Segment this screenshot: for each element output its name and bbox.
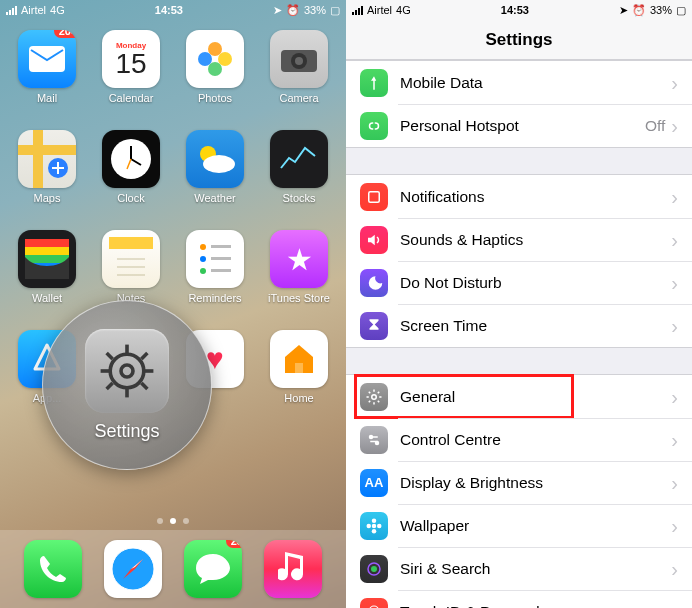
svg-point-4 xyxy=(198,52,212,66)
svg-rect-30 xyxy=(105,351,113,359)
page-dots[interactable] xyxy=(0,518,346,524)
svg-rect-23 xyxy=(295,363,303,373)
row-label: Touch ID & Passcode xyxy=(400,603,671,609)
svg-rect-29 xyxy=(145,369,153,373)
wallpaper-icon xyxy=(360,512,388,540)
siri-icon xyxy=(360,555,388,583)
row-label: Do Not Disturb xyxy=(400,274,671,292)
row-label: Screen Time xyxy=(400,317,671,335)
chevron-right-icon: › xyxy=(671,430,678,450)
row-siri[interactable]: Siri & Search› xyxy=(346,547,692,590)
row-touchid[interactable]: Touch ID & Passcode› xyxy=(346,590,692,608)
app-clock[interactable]: Clock xyxy=(96,130,166,226)
svg-point-46 xyxy=(377,523,382,528)
app-label: Camera xyxy=(279,92,318,104)
svg-point-2 xyxy=(218,52,232,66)
row-mobile-data[interactable]: Mobile Data› xyxy=(346,61,692,104)
dock-music[interactable] xyxy=(264,540,322,598)
row-dnd[interactable]: Do Not Disturb› xyxy=(346,261,692,304)
app-label: Photos xyxy=(198,92,232,104)
battery-icon: ▢ xyxy=(676,4,686,17)
app-maps[interactable]: Maps xyxy=(12,130,82,226)
svg-point-44 xyxy=(372,529,377,534)
row-label: Siri & Search xyxy=(400,560,671,578)
photos-icon xyxy=(186,30,244,88)
row-control-centre[interactable]: Control Centre› xyxy=(346,418,692,461)
chevron-right-icon: › xyxy=(671,516,678,536)
row-label: Personal Hotspot xyxy=(400,117,645,135)
row-label: General xyxy=(400,388,671,406)
settings-list[interactable]: Mobile Data›Personal HotspotOff›Notifica… xyxy=(346,60,692,608)
svg-rect-36 xyxy=(369,191,380,202)
carrier-label: Airtel xyxy=(21,4,46,16)
row-screen-time[interactable]: Screen Time› xyxy=(346,304,692,347)
signal-icon xyxy=(352,6,363,15)
svg-point-7 xyxy=(295,57,303,65)
app-mail[interactable]: 204Mail xyxy=(12,30,82,126)
dock-messages[interactable]: 28 xyxy=(184,540,242,598)
svg-rect-31 xyxy=(140,381,148,389)
row-label: Control Centre xyxy=(400,431,671,449)
row-general[interactable]: General› xyxy=(346,375,692,418)
gear-icon xyxy=(97,341,157,401)
sounds-icon xyxy=(360,226,388,254)
row-personal-hotspot[interactable]: Personal HotspotOff› xyxy=(346,104,692,147)
battery-icon: ▢ xyxy=(330,4,340,17)
control-centre-icon xyxy=(360,426,388,454)
app-home[interactable]: Home xyxy=(264,330,334,426)
svg-rect-26 xyxy=(125,344,129,352)
calendar-icon: Monday15 xyxy=(102,30,160,88)
settings-group: General›Control Centre›AADisplay & Brigh… xyxy=(346,374,692,608)
settings-app-icon[interactable] xyxy=(85,329,169,413)
svg-rect-22 xyxy=(211,269,231,272)
app-label: Stocks xyxy=(282,192,315,204)
svg-rect-20 xyxy=(211,257,231,260)
app-calendar[interactable]: Monday15Calendar xyxy=(96,30,166,126)
app-wallet[interactable]: Wallet xyxy=(12,230,82,326)
app-label: iTunes Store xyxy=(268,292,330,304)
settings-group: Mobile Data›Personal HotspotOff› xyxy=(346,60,692,148)
svg-point-19 xyxy=(200,256,206,262)
app-weather[interactable]: Weather xyxy=(180,130,250,226)
carrier-label: Airtel xyxy=(367,4,392,16)
status-bar-right: Airtel 4G 14:53 ➤ ⏰ 33% ▢ xyxy=(346,0,692,20)
settings-screen: Airtel 4G 14:53 ➤ ⏰ 33% ▢ Settings Mobil… xyxy=(346,0,692,608)
app-photos[interactable]: Photos xyxy=(180,30,250,126)
dock-phone[interactable] xyxy=(24,540,82,598)
row-notifications[interactable]: Notifications› xyxy=(346,175,692,218)
maps-icon xyxy=(18,130,76,188)
chevron-right-icon: › xyxy=(671,116,678,136)
app-itunes[interactable]: ★iTunes Store xyxy=(264,230,334,326)
row-wallpaper[interactable]: Wallpaper› xyxy=(346,504,692,547)
svg-rect-14 xyxy=(25,255,69,263)
app-camera[interactable]: Camera xyxy=(264,30,334,126)
app-stocks[interactable]: Stocks xyxy=(264,130,334,226)
app-label: Weather xyxy=(194,192,235,204)
settings-group: Notifications›Sounds & Haptics›Do Not Di… xyxy=(346,174,692,348)
clock-icon xyxy=(102,130,160,188)
svg-point-3 xyxy=(208,62,222,76)
status-bar-left: Airtel 4G 14:53 ➤ ⏰ 33% ▢ xyxy=(0,0,346,20)
reminders-icon xyxy=(186,230,244,288)
row-display[interactable]: AADisplay & Brightness› xyxy=(346,461,692,504)
dock: 28 xyxy=(0,530,346,608)
chevron-right-icon: › xyxy=(671,316,678,336)
battery-percent: 33% xyxy=(304,4,326,16)
itunes-icon: ★ xyxy=(270,230,328,288)
alarm-icon: ⏰ xyxy=(632,4,646,17)
location-icon: ➤ xyxy=(273,4,282,17)
location-icon: ➤ xyxy=(619,4,628,17)
wallet-icon xyxy=(18,230,76,288)
home-icon xyxy=(270,330,328,388)
svg-rect-33 xyxy=(105,381,113,389)
app-reminders[interactable]: Reminders xyxy=(180,230,250,326)
chevron-right-icon: › xyxy=(671,559,678,579)
svg-point-40 xyxy=(375,440,380,445)
row-label: Display & Brightness xyxy=(400,474,671,492)
network-label: 4G xyxy=(396,4,411,16)
row-sounds[interactable]: Sounds & Haptics› xyxy=(346,218,692,261)
svg-rect-41 xyxy=(370,436,378,438)
dock-safari[interactable] xyxy=(104,540,162,598)
svg-point-25 xyxy=(121,365,133,377)
weather-icon xyxy=(186,130,244,188)
